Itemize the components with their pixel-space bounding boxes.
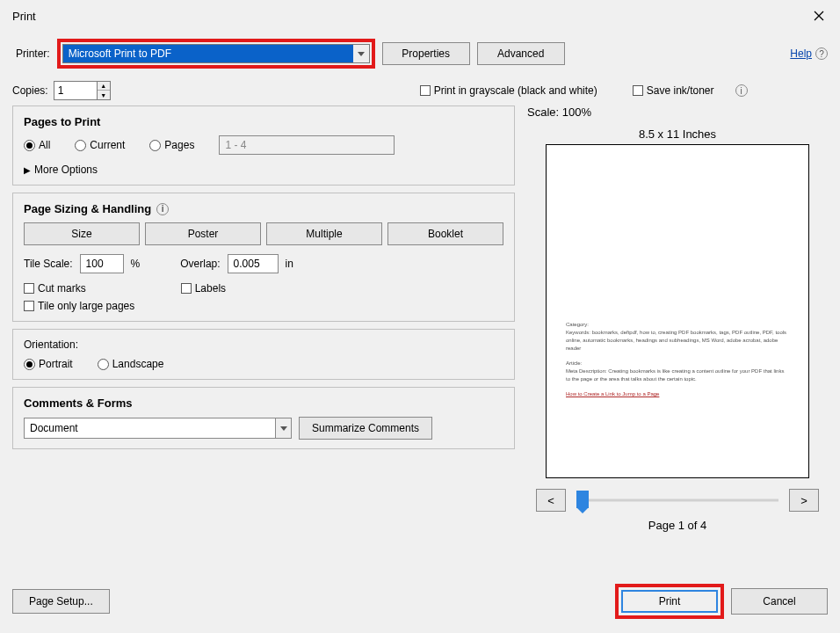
page-counter: Page 1 of 4 <box>527 519 828 532</box>
comments-title: Comments & Forms <box>24 397 503 410</box>
comments-panel: Comments & Forms Document Summarize Comm… <box>12 387 515 449</box>
scale-label: Scale: 100% <box>527 106 828 119</box>
orientation-title: Orientation: <box>24 338 503 351</box>
copies-up[interactable]: ▲ <box>98 82 110 91</box>
size-button[interactable]: Size <box>24 222 140 245</box>
copies-input[interactable] <box>54 82 97 99</box>
chevron-down-icon <box>275 418 291 438</box>
sizing-info-icon[interactable]: i <box>156 203 169 215</box>
titlebar: Print <box>0 0 840 28</box>
close-icon <box>814 11 824 21</box>
radio-portrait[interactable]: Portrait <box>24 358 73 370</box>
dialog-title: Print <box>12 10 36 23</box>
sizing-panel: Page Sizing & Handling i Size Poster Mul… <box>12 193 515 322</box>
pages-to-print-title: Pages to Print <box>24 115 503 128</box>
tile-scale-label: Tile Scale: <box>24 258 73 270</box>
cut-marks-checkbox[interactable]: Cut marks <box>24 282 86 295</box>
printer-label: Printer: <box>16 47 50 60</box>
checkbox-icon <box>633 85 643 96</box>
preview-link: How to Create a Link to Jump to a Page <box>566 390 789 398</box>
print-highlight: Print <box>615 584 724 619</box>
page-slider[interactable] <box>576 490 778 511</box>
advanced-button[interactable]: Advanced <box>477 42 565 65</box>
more-options-toggle[interactable]: ▶ More Options <box>24 164 503 176</box>
overlap-input[interactable] <box>228 254 279 273</box>
orientation-panel: Orientation: Portrait Landscape <box>12 329 515 380</box>
prev-page-button[interactable]: < <box>536 489 566 512</box>
comments-dropdown[interactable]: Document <box>24 418 292 439</box>
triangle-right-icon: ▶ <box>24 165 31 175</box>
grayscale-checkbox[interactable]: Print in grayscale (black and white) <box>420 84 597 97</box>
tile-scale-input[interactable] <box>80 254 124 273</box>
next-page-button[interactable]: > <box>789 489 819 512</box>
printer-dropdown[interactable]: Microsoft Print to PDF <box>62 44 370 63</box>
sizing-title: Page Sizing & Handling <box>24 202 151 215</box>
help-info-icon[interactable]: ? <box>815 47 828 60</box>
printer-selected: Microsoft Print to PDF <box>63 45 353 62</box>
poster-button[interactable]: Poster <box>145 222 261 245</box>
print-dialog: Print Printer: Microsoft Print to PDF Pr… <box>0 0 840 633</box>
slider-thumb-icon[interactable] <box>576 491 589 508</box>
help-link[interactable]: Help <box>790 47 812 60</box>
radio-landscape[interactable]: Landscape <box>98 358 164 370</box>
print-button[interactable]: Print <box>621 590 718 613</box>
tile-large-checkbox[interactable]: Tile only large pages <box>24 300 503 312</box>
printer-highlight: Microsoft Print to PDF <box>57 39 375 69</box>
properties-button[interactable]: Properties <box>382 42 470 65</box>
ink-info-icon[interactable]: i <box>735 84 748 97</box>
summarize-comments-button[interactable]: Summarize Comments <box>299 417 432 440</box>
preview-page: Category: Keywords: bookmarks, deftpdf, … <box>546 144 809 478</box>
chevron-down-icon <box>353 45 369 62</box>
overlap-label: Overlap: <box>180 258 220 270</box>
save-ink-checkbox[interactable]: Save ink/toner <box>633 84 714 97</box>
copies-spinner[interactable]: ▲ ▼ <box>54 81 111 100</box>
cancel-button[interactable]: Cancel <box>731 588 828 615</box>
booklet-button[interactable]: Booklet <box>387 222 503 245</box>
radio-pages[interactable]: Pages <box>149 139 194 151</box>
multiple-button[interactable]: Multiple <box>266 222 382 245</box>
copies-down[interactable]: ▼ <box>98 91 110 99</box>
close-button[interactable] <box>810 7 828 25</box>
pages-range-input[interactable] <box>219 135 395 155</box>
preview-dimensions: 8.5 x 11 Inches <box>527 127 828 141</box>
checkbox-icon <box>420 85 431 96</box>
labels-checkbox[interactable]: Labels <box>181 282 226 295</box>
pages-to-print-panel: Pages to Print All Current Pages <box>12 106 515 186</box>
copies-label: Copies: <box>12 84 48 97</box>
page-setup-button[interactable]: Page Setup... <box>12 589 110 614</box>
radio-all[interactable]: All <box>24 139 50 151</box>
radio-current[interactable]: Current <box>75 139 125 151</box>
